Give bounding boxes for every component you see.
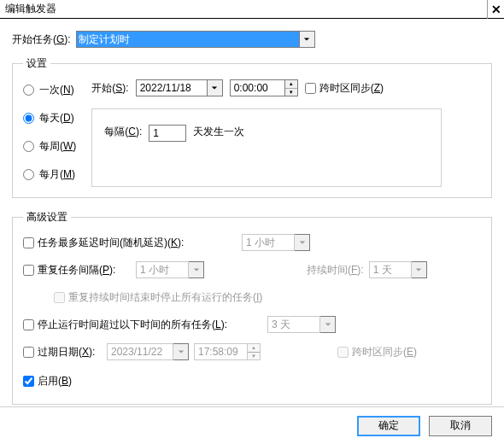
dialog-content: 开始任务(G): 制定计划时 设置 一次(N) 每天 [0,19,504,406]
repeat-interval-row: 重复任务间隔(P): 1 小时 持续时间(F): 1 天 [23,260,481,279]
ok-button[interactable]: 确定 [357,416,420,436]
start-time-spinner[interactable]: 0:00:00 ▲▼ [230,79,298,96]
duration-combo[interactable]: 1 天 [369,261,427,278]
settings-legend: 设置 [23,56,50,71]
settings-group: 设置 一次(N) 每天(D) 每周(W) [12,56,492,198]
chevron-down-icon[interactable] [300,31,315,48]
chevron-down-icon[interactable] [173,343,189,360]
enabled-row: 启用(B) [23,371,481,390]
begin-task-label: 开始任务(G): [12,32,71,47]
window-title: 编辑触发器 [5,2,487,16]
expire-sync-checkbox: 跨时区同步(E) [337,345,417,359]
begin-task-combo[interactable]: 制定计划时 [76,31,315,48]
sync-timezone-checkbox[interactable]: 跨时区同步(Z) [305,81,384,96]
duration-label: 持续时间(F): [307,263,364,278]
expire-time-spinner[interactable]: 17:58:09 ▲▼ [194,343,261,360]
random-delay-checkbox[interactable]: 任务最多延迟时间(随机延迟)(K): [23,236,242,250]
recur-suffix-label: 天发生一次 [193,125,244,139]
stop-task-combo[interactable]: 3 天 [267,316,336,333]
chevron-down-icon[interactable] [295,234,310,251]
radio-monthly[interactable]: 每月(M) [23,167,76,182]
radio-weekly[interactable]: 每周(W) [23,139,76,154]
random-delay-row: 任务最多延迟时间(随机延迟)(K): 1 小时 [23,233,481,252]
radio-daily[interactable]: 每天(D) [23,111,76,126]
stop-task-checkbox[interactable]: 停止运行时间超过以下时间的所有任务(L): [23,318,267,332]
radio-once[interactable]: 一次(N) [23,83,76,97]
chevron-down-icon[interactable] [208,79,223,96]
chevron-down-icon[interactable] [320,316,336,333]
schedule-radio-group: 一次(N) 每天(D) 每周(W) 每月(M) [23,79,76,187]
stop-at-end-checkbox: 重复持续时间结束时停止所有运行的任务(I) [54,290,262,305]
recur-label: 每隔(C): [104,125,142,139]
start-date-picker[interactable]: 2022/11/18 [136,79,223,96]
chevron-down-icon[interactable] [412,261,427,278]
spinner-arrows-icon[interactable]: ▲▼ [284,79,298,96]
start-datetime-row: 开始(S): 2022/11/18 0:00:00 ▲▼ [91,79,481,96]
expire-checkbox[interactable]: 过期日期(X): [23,345,107,359]
edit-trigger-dialog: 编辑触发器 ✕ 开始任务(G): 制定计划时 设置 一次(N) [0,0,504,444]
cancel-button[interactable]: 取消 [429,416,492,436]
recur-every-input[interactable]: 1 [149,125,186,142]
repeat-interval-combo[interactable]: 1 小时 [136,261,204,278]
button-bar: 确定 取消 [0,406,504,444]
advanced-group: 高级设置 任务最多延迟时间(随机延迟)(K): 1 小时 重复任务间隔(P): … [12,210,492,405]
random-delay-combo[interactable]: 1 小时 [242,234,310,251]
stop-at-end-row: 重复持续时间结束时停止所有运行的任务(I) [23,288,481,307]
begin-task-row: 开始任务(G): 制定计划时 [12,31,492,48]
enabled-checkbox[interactable]: 启用(B) [23,374,72,388]
titlebar: 编辑触发器 ✕ [0,0,504,19]
chevron-down-icon[interactable] [189,261,204,278]
advanced-legend: 高级设置 [23,210,71,225]
spinner-arrows-icon[interactable]: ▲▼ [247,343,261,360]
recurrence-box: 每隔(C): 1 天发生一次 [91,108,442,187]
expire-date-picker[interactable]: 2023/11/22 [107,343,189,360]
repeat-interval-checkbox[interactable]: 重复任务间隔(P): [23,263,136,278]
close-button[interactable]: ✕ [487,0,504,19]
start-label: 开始(S): [91,81,128,96]
stop-task-row: 停止运行时间超过以下时间的所有任务(L): 3 天 [23,315,481,334]
expire-row: 过期日期(X): 2023/11/22 17:58:09 ▲▼ 跨时区同步(E) [23,342,481,361]
